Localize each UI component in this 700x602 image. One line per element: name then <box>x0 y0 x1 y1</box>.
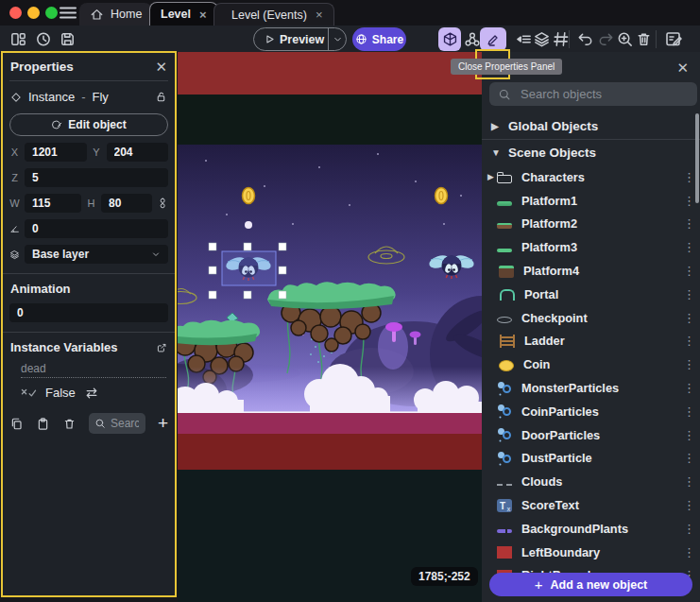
angle-input[interactable] <box>25 219 168 238</box>
row-menu-icon[interactable]: ⋮ <box>683 451 692 465</box>
zoom-window-button[interactable] <box>45 7 58 19</box>
object-list-item[interactable]: ▶ Platform3 ⋮ <box>482 235 700 259</box>
undo-icon[interactable] <box>574 28 595 49</box>
redo-icon[interactable] <box>595 28 616 49</box>
trash-icon[interactable] <box>633 28 654 49</box>
object-list-item[interactable]: ▶ Portal ⋮ <box>482 283 700 306</box>
menu-icon[interactable] <box>59 5 77 21</box>
object-name: Ladder <box>524 334 683 348</box>
z-input[interactable] <box>25 168 168 187</box>
object-list-item[interactable]: ▶ Platform4 ⋮ <box>482 259 700 283</box>
object-list-item[interactable]: ▶ ScoreText ⋮ <box>482 493 700 517</box>
preview-button[interactable]: Preview <box>253 27 347 51</box>
object-list-item[interactable]: ▶ Platform2 ⋮ <box>482 213 700 236</box>
instance-name: Fly <box>93 90 109 104</box>
object-list-item[interactable]: ▶ Platform1 ⋮ <box>482 189 700 213</box>
preview-dropdown[interactable] <box>328 28 347 50</box>
animation-input[interactable] <box>9 303 168 322</box>
row-menu-icon[interactable]: ⋮ <box>683 404 692 419</box>
object-list-item[interactable]: ▶ LeftBoundary ⋮ <box>482 541 700 564</box>
scene-canvas[interactable]: 1785;-252 <box>178 52 482 602</box>
zoom-in-icon[interactable] <box>614 28 635 49</box>
row-menu-icon[interactable]: ⋮ <box>683 428 692 442</box>
row-menu-icon[interactable]: ⋮ <box>683 216 692 231</box>
close-properties-icon[interactable]: ✕ <box>155 60 167 74</box>
3d-view-icon[interactable] <box>438 27 461 51</box>
tab-home[interactable]: Home <box>79 3 152 26</box>
row-menu-icon[interactable]: ⋮ <box>683 194 692 208</box>
object-list-item[interactable]: ▶ Ladder ⋮ <box>482 330 700 353</box>
variables-search-input[interactable] <box>109 416 141 431</box>
object-list-item[interactable]: ▶ MonsterParticles ⋮ <box>482 376 700 400</box>
row-menu-icon[interactable]: ⋮ <box>683 170 692 184</box>
add-new-object-button[interactable]: + Add a new object <box>489 573 692 596</box>
external-link-icon[interactable] <box>156 342 167 353</box>
layer-select[interactable]: Base layer <box>25 245 168 264</box>
tab-level-events[interactable]: Level (Events) × <box>213 3 334 26</box>
copy-icon[interactable] <box>9 417 24 431</box>
row-menu-icon[interactable]: ⋮ <box>683 381 692 395</box>
row-menu-icon[interactable]: ⋮ <box>683 311 692 325</box>
unlock-icon[interactable] <box>155 91 167 103</box>
row-menu-icon[interactable]: ⋮ <box>683 264 692 278</box>
object-list-item[interactable]: ▶ DustParticle ⋮ <box>482 447 700 471</box>
object-list-item[interactable]: ▶ BackgroundPlants ⋮ <box>482 517 700 541</box>
object-name: BackgroundPlants <box>521 522 683 536</box>
objects-search-box[interactable] <box>489 82 697 106</box>
trash-icon[interactable] <box>62 417 77 431</box>
object-name: DoorParticles <box>521 428 683 442</box>
object-list-item[interactable]: ▶ CoinParticles ⋮ <box>482 400 700 423</box>
titlebar: Home Level × Level (Events) × <box>0 0 700 26</box>
objects-scrollbar[interactable] <box>695 113 699 203</box>
variables-search-box[interactable] <box>89 413 145 434</box>
object-list-item[interactable]: ▶ Clouds ⋮ <box>482 470 700 493</box>
row-menu-icon[interactable]: ⋮ <box>683 545 692 559</box>
tab-close-icon[interactable]: × <box>199 8 207 22</box>
minimize-window-button[interactable] <box>27 7 40 19</box>
save-icon[interactable] <box>57 28 77 49</box>
row-menu-icon[interactable]: ⋮ <box>683 334 692 348</box>
paste-icon[interactable] <box>36 417 50 431</box>
edit-object-button[interactable]: Edit object <box>9 113 168 136</box>
grid-icon[interactable] <box>550 28 571 49</box>
objects-search-input[interactable] <box>519 86 689 102</box>
close-window-button[interactable] <box>9 7 22 19</box>
close-objects-icon[interactable]: ✕ <box>676 60 689 75</box>
share-button[interactable]: Share <box>352 27 406 51</box>
row-menu-icon[interactable]: ⋮ <box>683 287 692 301</box>
object-name: MonsterParticles <box>521 381 683 395</box>
properties-pen-icon[interactable] <box>480 27 506 51</box>
x-input[interactable] <box>25 143 87 162</box>
tab-level[interactable]: Level × <box>149 2 218 26</box>
variable-value[interactable]: False <box>45 386 76 400</box>
row-menu-icon[interactable]: ⋮ <box>683 240 692 254</box>
layer-icon <box>9 249 20 261</box>
add-variable-button[interactable]: + <box>158 413 168 434</box>
object-list-item[interactable]: ▶ Coin ⋮ <box>482 353 700 376</box>
object-list-item[interactable]: ▶ Checkpoint ⋮ <box>482 306 700 330</box>
object-list-item[interactable]: ▶ DoorParticles ⋮ <box>482 423 700 447</box>
group-global-objects[interactable]: ▶ Global Objects <box>482 113 700 140</box>
row-menu-icon[interactable]: ⋮ <box>683 357 692 371</box>
row-menu-icon[interactable]: ⋮ <box>683 498 692 512</box>
row-menu-icon[interactable]: ⋮ <box>683 522 692 536</box>
expand-arrow-icon[interactable]: ▶ <box>487 172 497 181</box>
object-thumbnail-icon <box>500 335 515 348</box>
tab-close-icon[interactable]: × <box>316 8 323 22</box>
layers-icon[interactable] <box>531 28 552 49</box>
swap-value-icon[interactable] <box>84 387 99 399</box>
panels-layout-icon[interactable] <box>8 28 28 49</box>
toolbar-separator <box>569 30 570 48</box>
height-input[interactable] <box>101 194 152 213</box>
variable-name[interactable]: dead <box>21 362 168 375</box>
tooltip: Close Properties Panel <box>451 59 562 75</box>
y-input[interactable] <box>107 143 169 162</box>
history-icon[interactable] <box>32 28 53 49</box>
row-menu-icon[interactable]: ⋮ <box>683 474 692 489</box>
object-list-item[interactable]: ▶ Characters ⋮ <box>482 165 700 189</box>
home-icon <box>90 8 104 22</box>
edit-events-icon[interactable] <box>663 28 684 49</box>
group-scene-objects[interactable]: ▼ Scene Objects <box>482 140 700 165</box>
link-ratio-icon[interactable] <box>157 197 168 210</box>
width-input[interactable] <box>25 194 81 213</box>
